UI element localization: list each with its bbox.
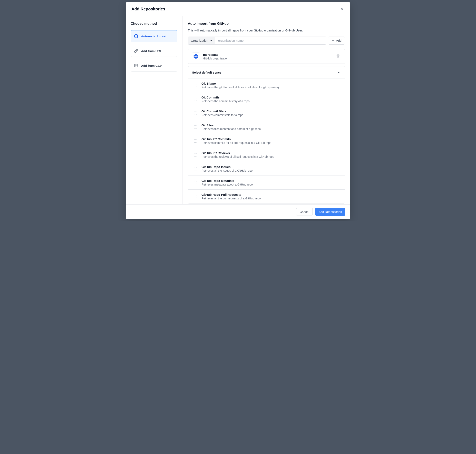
sync-description: Retrieves the reviews of all pull reques… (201, 155, 274, 158)
add-org-row: Organization Add (188, 37, 345, 45)
sync-item: Git Files Retrieves files (content and p… (188, 120, 345, 134)
sync-description: Retrieves the git blame of all lines in … (201, 86, 279, 89)
chevron-down-icon (337, 70, 341, 74)
syncs-list: Git Blame Retrieves the git blame of all… (188, 78, 345, 203)
sync-checkbox[interactable] (194, 167, 197, 170)
sync-item: Git Commit Stats Retrieves commit stats … (188, 106, 345, 120)
syncs-header[interactable]: Select default syncs (188, 66, 345, 78)
sidebar: Choose method Automatic Import Add from … (126, 16, 183, 204)
organization-name-input[interactable] (215, 37, 326, 45)
modal-title: Add Repositories (132, 7, 165, 11)
main-description: This will automatically import all repos… (188, 29, 345, 32)
sync-checkbox[interactable] (194, 84, 197, 87)
sync-description: Retrieves all the pull requests of a Git… (201, 197, 261, 200)
table-icon (134, 64, 138, 68)
add-button-label: Add (336, 39, 342, 42)
sync-title: Git Blame (201, 82, 279, 85)
org-input-group: Organization (188, 37, 326, 45)
sync-item: GitHub Repo Metadata Retrieves metadata … (188, 175, 345, 189)
method-label: Add from URL (141, 49, 162, 53)
sync-title: GitHub PR Reviews (201, 151, 274, 155)
sync-item: Git Blame Retrieves the git blame of all… (188, 78, 345, 92)
sync-item: GitHub PR Commits Retrieves commits for … (188, 134, 345, 148)
syncs-header-title: Select default syncs (192, 71, 221, 74)
sync-item: GitHub PR Reviews Retrieves the reviews … (188, 148, 345, 162)
caret-down-icon (210, 40, 212, 42)
sync-description: Retrieves commits for all pull requests … (201, 141, 271, 144)
sync-checkbox[interactable] (194, 153, 197, 157)
mergestat-icon (193, 53, 199, 59)
sync-info: Git Commits Retrieves the commit history… (201, 96, 250, 103)
main-content: Auto import from GitHub This will automa… (183, 16, 350, 204)
trash-icon (336, 54, 340, 58)
sync-info: GitHub Repo Metadata Retrieves metadata … (201, 179, 253, 186)
cancel-button[interactable]: Cancel (296, 208, 313, 216)
modal-footer: Cancel Add Repositories (126, 204, 350, 219)
sync-info: GitHub PR Commits Retrieves commits for … (201, 137, 271, 144)
sync-description: Retrieves the commit history of a repo (201, 99, 250, 103)
org-name: mergestat (203, 53, 332, 56)
sync-title: Git Commit Stats (201, 110, 243, 113)
sync-item: GitHub Repo Pull Requests Retrieves all … (188, 189, 345, 203)
sync-checkbox[interactable] (194, 112, 197, 115)
sync-checkbox[interactable] (194, 125, 197, 129)
sync-description: Retrieves metadata about a GitHub repo (201, 183, 253, 186)
modal-body: Choose method Automatic Import Add from … (126, 16, 350, 204)
sync-title: GitHub Repo Pull Requests (201, 193, 261, 196)
method-label: Add from CSV (141, 64, 162, 68)
dropdown-label: Organization (191, 39, 208, 42)
close-button[interactable] (339, 6, 344, 12)
sync-info: Git Commit Stats Retrieves commit stats … (201, 110, 243, 117)
sync-info: GitHub Repo Issues Retrieves all the iss… (201, 165, 253, 172)
sync-checkbox[interactable] (194, 181, 197, 184)
add-button[interactable]: Add (328, 37, 345, 45)
method-automatic-import[interactable]: Automatic Import (131, 30, 177, 42)
add-repositories-modal: Add Repositories Choose method Automatic… (126, 2, 350, 219)
add-repositories-button[interactable]: Add Repositories (315, 208, 345, 216)
main-title: Auto import from GitHub (188, 22, 345, 26)
source-type-dropdown[interactable]: Organization (188, 37, 215, 45)
sync-item: GitHub Repo Issues Retrieves all the iss… (188, 162, 345, 175)
sync-info: GitHub PR Reviews Retrieves the reviews … (201, 151, 274, 158)
sync-info: GitHub Repo Pull Requests Retrieves all … (201, 193, 261, 200)
sync-checkbox[interactable] (194, 195, 197, 198)
sync-title: GitHub Repo Issues (201, 165, 253, 169)
github-icon (134, 34, 138, 38)
svg-rect-2 (135, 64, 138, 67)
sync-info: Git Files Retrieves files (content and p… (201, 123, 261, 130)
sync-description: Retrieves all the issues of a GitHub rep… (201, 169, 253, 172)
sync-title: GitHub PR Commits (201, 137, 271, 141)
sidebar-title: Choose method (131, 22, 177, 26)
modal-header: Add Repositories (126, 2, 350, 16)
link-icon (134, 49, 138, 53)
sync-info: Git Blame Retrieves the git blame of all… (201, 82, 279, 89)
plus-icon (331, 39, 335, 42)
close-icon (340, 7, 344, 11)
method-add-from-csv[interactable]: Add from CSV (131, 60, 177, 71)
sync-checkbox[interactable] (194, 139, 197, 143)
method-label: Automatic Import (141, 35, 166, 38)
sync-title: GitHub Repo Metadata (201, 179, 253, 182)
sync-item: Git Commits Retrieves the commit history… (188, 92, 345, 106)
sync-checkbox[interactable] (194, 98, 197, 101)
method-add-from-url[interactable]: Add from URL (131, 45, 177, 57)
org-info: mergestat GitHub organization (203, 53, 332, 60)
org-logo (192, 53, 200, 60)
org-card: mergestat GitHub organization (188, 49, 345, 64)
org-subtitle: GitHub organization (203, 57, 332, 60)
sync-description: Retrieves commit stats for a repo (201, 114, 243, 117)
sync-title: Git Commits (201, 96, 250, 99)
sync-title: Git Files (201, 123, 261, 127)
syncs-panel: Select default syncs Git Blame Retrieves… (188, 66, 345, 204)
delete-org-button[interactable] (335, 53, 341, 60)
sync-description: Retrieves files (content and paths) of a… (201, 127, 261, 130)
